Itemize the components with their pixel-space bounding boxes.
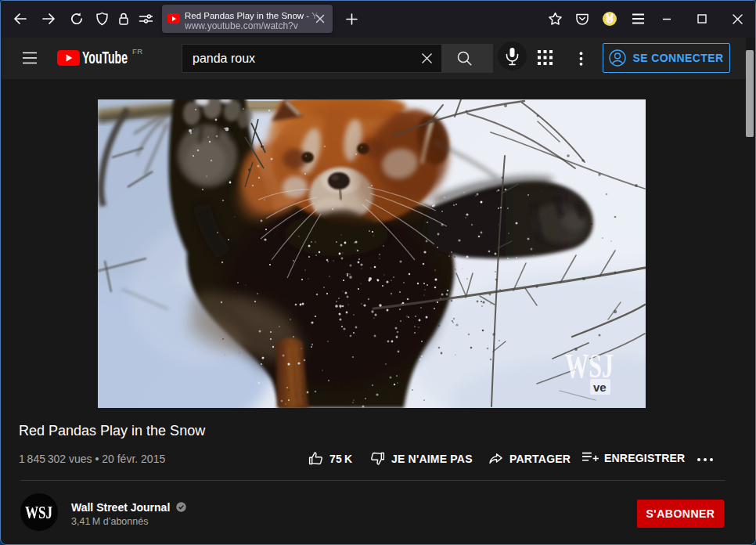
svg-text:YouTube: YouTube xyxy=(82,50,128,67)
svg-text:ve: ve xyxy=(593,381,607,394)
